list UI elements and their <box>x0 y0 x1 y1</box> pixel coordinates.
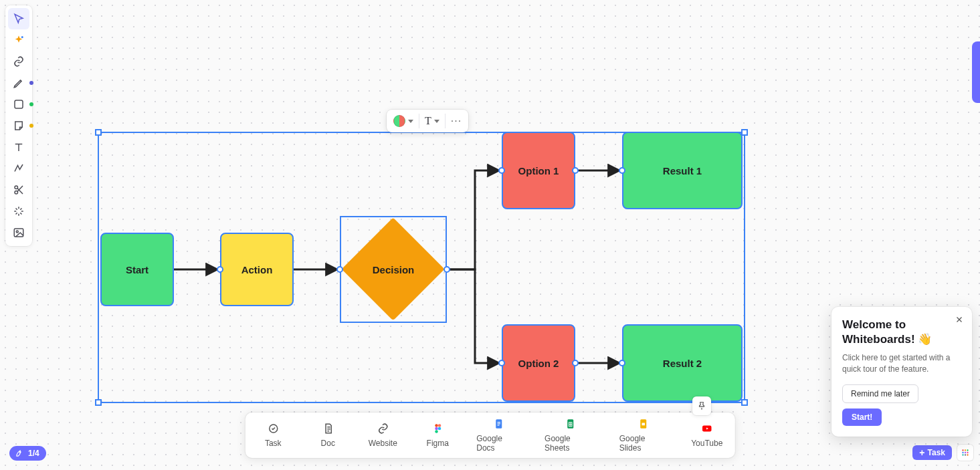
connection-handle[interactable] <box>336 266 343 273</box>
connection-handle[interactable] <box>619 167 625 174</box>
svg-point-32 <box>965 452 966 453</box>
apps-grid-button[interactable] <box>957 445 973 461</box>
sparkle-tool[interactable] <box>8 201 29 222</box>
plus-icon: + <box>919 448 924 457</box>
ai-tool[interactable] <box>8 29 29 51</box>
svg-rect-18 <box>498 423 501 424</box>
connection-handle[interactable] <box>572 360 579 366</box>
dock-figma[interactable]: Figma <box>421 423 454 448</box>
dock-gdocs[interactable]: Google Docs <box>476 418 522 453</box>
shape-color-dot <box>29 102 33 106</box>
node-result1[interactable]: Result 1 <box>622 132 743 209</box>
svg-point-30 <box>967 449 968 451</box>
connection-handle[interactable] <box>619 360 625 366</box>
svg-point-27 <box>19 451 21 453</box>
gdocs-icon <box>493 418 505 430</box>
node-label: Option 1 <box>518 165 559 177</box>
pen-tool[interactable] <box>8 72 29 94</box>
svg-point-12 <box>437 424 441 427</box>
pen-color-dot <box>29 81 33 85</box>
svg-point-15 <box>435 430 438 433</box>
tour-popup: Welcome to Whiteboards! 👋 Click here to … <box>831 307 972 437</box>
task-icon <box>267 423 279 435</box>
image-tool[interactable] <box>8 222 29 243</box>
dock-doc[interactable]: Doc <box>312 423 344 448</box>
svg-point-28 <box>962 449 963 451</box>
dock-task[interactable]: Task <box>257 423 289 448</box>
connection-handle[interactable] <box>217 266 223 273</box>
connection-handle[interactable] <box>444 266 450 273</box>
bottom-right-group: + Task <box>912 445 973 461</box>
svg-rect-17 <box>498 422 501 423</box>
tour-body: Click here to get started with a quick t… <box>842 352 961 375</box>
more-options[interactable]: ··· <box>451 115 462 127</box>
svg-point-35 <box>965 454 966 455</box>
connection-handle[interactable] <box>572 167 579 174</box>
dock-youtube[interactable]: YouTube <box>691 423 723 448</box>
node-action[interactable]: Action <box>220 233 294 306</box>
dock-label: Google Sheets <box>545 434 597 453</box>
doc-icon <box>322 423 334 435</box>
node-label: Result 1 <box>663 165 702 177</box>
sticky-tool[interactable] <box>8 115 29 136</box>
svg-point-14 <box>437 427 441 431</box>
dock-gsheets[interactable]: Google Sheets <box>545 418 597 453</box>
divider <box>419 114 419 128</box>
svg-rect-1 <box>15 100 23 108</box>
youtube-icon <box>701 423 713 435</box>
node-option2[interactable]: Option 2 <box>502 324 575 402</box>
select-tool[interactable] <box>8 8 29 29</box>
add-task-button[interactable]: + Task <box>912 445 952 460</box>
shape-tool[interactable] <box>8 94 29 115</box>
tour-remind-button[interactable]: Remind me later <box>842 384 918 403</box>
text-tool[interactable] <box>8 136 29 158</box>
sticky-color-dot <box>29 124 33 128</box>
gsheets-icon <box>565 418 577 430</box>
pin-dock-button[interactable] <box>692 396 711 415</box>
node-label: Decision <box>341 217 446 322</box>
bottom-dock: Task Doc Website Figma Google Docs Googl… <box>245 413 735 458</box>
node-label: Action <box>241 264 273 275</box>
svg-point-31 <box>962 452 963 453</box>
divider <box>445 114 446 128</box>
svg-point-34 <box>962 454 963 455</box>
cut-tool[interactable] <box>8 179 29 201</box>
dock-label: Doc <box>321 439 335 448</box>
svg-rect-19 <box>498 425 500 426</box>
svg-point-2 <box>15 191 18 195</box>
dock-label: Figma <box>427 439 449 448</box>
connector-tool[interactable] <box>8 158 29 179</box>
link-tool[interactable] <box>8 51 29 72</box>
dock-label: Website <box>369 439 397 448</box>
dock-website[interactable]: Website <box>367 423 399 448</box>
task-btn-label: Task <box>928 448 945 457</box>
fill-color-picker[interactable] <box>393 115 413 127</box>
dock-label: Task <box>265 439 282 448</box>
progress-badge[interactable]: 1/4 <box>9 446 46 461</box>
gslides-icon <box>638 418 650 430</box>
tour-title: Welcome to Whiteboards! 👋 <box>842 318 961 347</box>
grid-icon <box>961 448 970 457</box>
node-label: Start <box>126 264 149 275</box>
right-panel-tab[interactable] <box>972 41 980 103</box>
dock-gslides[interactable]: Google Slides <box>619 418 668 453</box>
svg-point-3 <box>15 186 18 189</box>
node-start[interactable]: Start <box>100 233 174 306</box>
dock-label: Google Docs <box>476 434 522 453</box>
node-label: Option 2 <box>518 358 559 369</box>
svg-rect-25 <box>642 423 646 426</box>
node-result2[interactable]: Result 2 <box>622 324 743 402</box>
connection-handle[interactable] <box>498 360 505 366</box>
node-decision[interactable]: Decision <box>340 216 447 323</box>
tour-start-button[interactable]: Start! <box>842 408 882 426</box>
node-label: Result 2 <box>663 358 702 369</box>
node-option1[interactable]: Option 1 <box>502 132 575 209</box>
svg-point-11 <box>435 424 438 427</box>
text-style-picker[interactable]: T <box>425 115 439 127</box>
svg-rect-4 <box>14 229 23 237</box>
link-icon <box>377 423 389 435</box>
close-tour-button[interactable] <box>953 314 965 326</box>
rocket-icon <box>15 449 24 458</box>
connection-handle[interactable] <box>498 167 505 174</box>
chevron-down-icon <box>434 120 439 123</box>
